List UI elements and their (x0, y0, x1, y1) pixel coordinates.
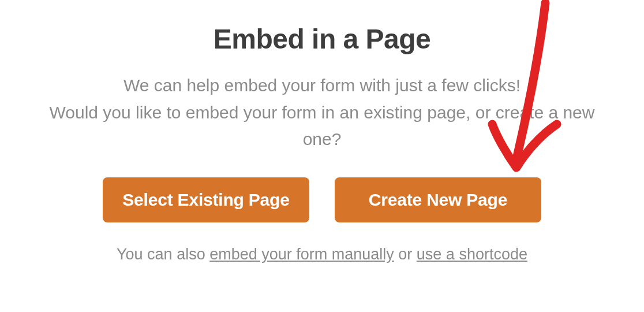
description-line-1: We can help embed your form with just a … (123, 76, 521, 95)
description-line-2: Would you like to embed your form in an … (50, 103, 595, 149)
modal-title: Embed in a Page (35, 23, 609, 55)
select-existing-page-button[interactable]: Select Existing Page (103, 177, 309, 222)
footer-prefix: You can also (117, 246, 209, 263)
modal-description: We can help embed your form with just a … (35, 72, 609, 153)
create-new-page-button[interactable]: Create New Page (335, 177, 541, 222)
embed-modal: Embed in a Page We can help embed your f… (0, 0, 644, 281)
footer-separator: or (394, 246, 417, 263)
use-shortcode-link[interactable]: use a shortcode (417, 246, 527, 263)
button-row: Select Existing Page Create New Page (35, 177, 609, 222)
embed-manually-link[interactable]: embed your form manually (209, 246, 394, 263)
footer-text: You can also embed your form manually or… (35, 246, 609, 263)
